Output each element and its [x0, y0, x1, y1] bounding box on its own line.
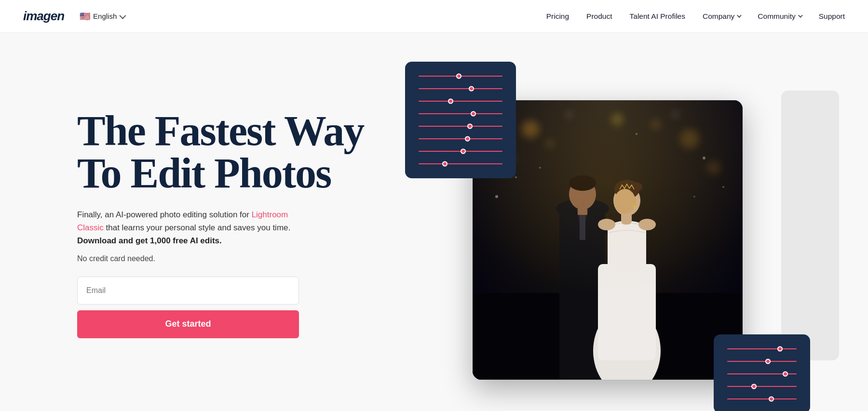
nav-link-talent[interactable]: Talent AI Profiles	[630, 12, 685, 20]
chevron-down-icon	[737, 13, 742, 18]
flag-icon: 🇺🇸	[80, 11, 90, 22]
get-started-button[interactable]: Get started	[77, 310, 299, 338]
slider-row-2[interactable]	[419, 86, 502, 92]
hero-section: The Fastest Way To Edit Photos Finally, …	[0, 33, 868, 411]
hero-visual	[386, 62, 820, 411]
slider-row-b2[interactable]	[727, 358, 797, 364]
subtitle-bold: Download and get 1,000 free AI edits.	[77, 236, 222, 245]
slider-row-b1[interactable]	[727, 346, 797, 352]
nav-link-community[interactable]: Community	[758, 12, 801, 21]
chevron-down-icon	[798, 13, 803, 18]
hero-content: The Fastest Way To Edit Photos Finally, …	[77, 62, 366, 338]
nav-item-pricing[interactable]: Pricing	[546, 12, 569, 21]
slider-row-6[interactable]	[419, 136, 502, 142]
slider-row-1[interactable]	[419, 73, 502, 79]
nav-link-support[interactable]: Support	[819, 12, 845, 20]
nav-item-company[interactable]: Company	[703, 12, 740, 21]
language-selector[interactable]: 🇺🇸 English	[80, 11, 124, 22]
subtitle-text-after: that learns your personal style and save…	[104, 223, 290, 232]
slider-row-5[interactable]	[419, 123, 502, 129]
email-input[interactable]	[77, 277, 299, 305]
slider-row-b5[interactable]	[727, 396, 797, 402]
hero-subtitle: Finally, an AI-powered photo editing sol…	[77, 208, 299, 248]
hero-title: The Fastest Way To Edit Photos	[77, 110, 366, 195]
nav-item-community[interactable]: Community	[758, 12, 801, 21]
slider-row-b3[interactable]	[727, 371, 797, 377]
subtitle-text-before: Finally, an AI-powered photo editing sol…	[77, 210, 252, 219]
nav-item-support[interactable]: Support	[819, 12, 845, 21]
nav-link-company[interactable]: Company	[703, 12, 740, 21]
navbar: imagen 🇺🇸 English Pricing Product Talent…	[0, 0, 868, 33]
chevron-down-icon	[120, 12, 126, 19]
slider-row-8[interactable]	[419, 161, 502, 167]
nav-link-pricing[interactable]: Pricing	[546, 12, 569, 20]
background-card	[781, 91, 839, 360]
slider-panel-bottom	[714, 334, 810, 411]
slider-row-7[interactable]	[419, 148, 502, 154]
nav-link-product[interactable]: Product	[586, 12, 612, 20]
logo[interactable]: imagen	[23, 9, 64, 24]
no-credit-text: No credit card needed.	[77, 254, 366, 263]
slider-row-3[interactable]	[419, 98, 502, 104]
slider-row-4[interactable]	[419, 111, 502, 117]
nav-item-talent[interactable]: Talent AI Profiles	[630, 12, 685, 21]
slider-panel-top	[405, 62, 516, 178]
nav-links: Pricing Product Talent AI Profiles Compa…	[546, 12, 845, 21]
nav-item-product[interactable]: Product	[586, 12, 612, 21]
slider-row-b4[interactable]	[727, 384, 797, 389]
language-label: English	[93, 12, 117, 20]
